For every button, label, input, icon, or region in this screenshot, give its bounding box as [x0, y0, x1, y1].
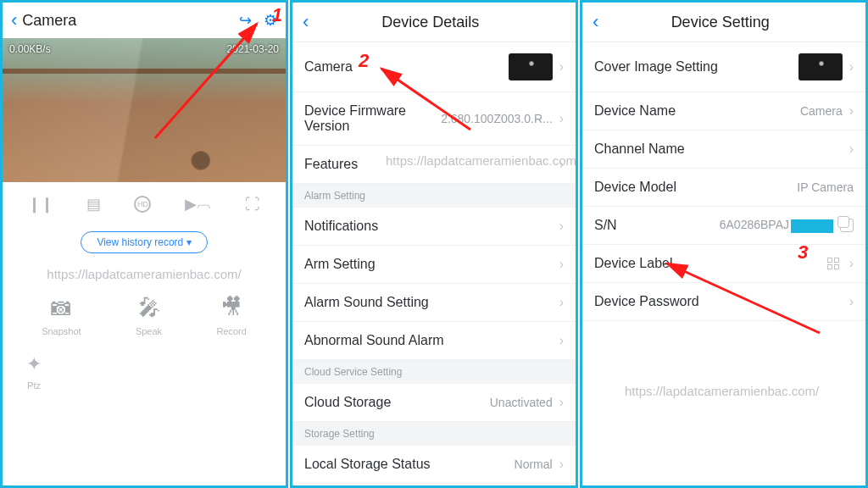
panel-camera-live: ‹ Camera ↪ ⚙ 0.00KB/s 2021-03-20 ❙❙ ▤ HD… — [0, 0, 288, 488]
setting-header: ‹ Device Setting — [582, 3, 865, 42]
row-alarm-sound[interactable]: Alarm Sound Setting › — [292, 284, 576, 322]
sn-text: 6A0286BPAJ — [720, 218, 789, 231]
cloud-label: Cloud Storage — [304, 395, 490, 410]
chevron-right-icon: › — [559, 295, 564, 310]
row-device-label[interactable]: Device Label › — [582, 245, 865, 283]
snapshot-label: Snapshot — [42, 326, 81, 336]
video-icon: 🎥︎ — [220, 295, 242, 321]
volume-icon[interactable]: ︹ — [185, 194, 212, 214]
chevron-right-icon: › — [849, 294, 854, 309]
cover-label: Cover Image Setting — [594, 59, 798, 75]
device-label-label: Device Label — [594, 256, 827, 271]
abnormal-label: Abnormal Sound Alarm — [304, 333, 553, 348]
details-header: ‹ Device Details — [292, 3, 576, 42]
model-value: IP Camera — [797, 180, 854, 194]
row-cloud-storage[interactable]: Cloud Storage Unactivated › — [292, 384, 576, 422]
firmware-label: Device Firmware Version — [304, 103, 441, 134]
details-title: Device Details — [295, 14, 565, 31]
sn-mask — [791, 219, 833, 233]
panel-device-details: ‹ Device Details Camera › Device Firmwar… — [290, 0, 578, 488]
speak-button[interactable]: 🎤︎ Speak — [136, 295, 162, 336]
camera-tool-row: 📷︎ Snapshot 🎤︎ Speak 🎥︎ Record — [3, 286, 286, 336]
section-storage: Storage Setting — [292, 422, 576, 446]
row-device-name[interactable]: Device Name Camera › — [582, 92, 865, 130]
chevron-right-icon: › — [849, 141, 854, 157]
chevron-right-icon: › — [559, 157, 564, 172]
view-history-button[interactable]: View history record — [81, 231, 207, 253]
password-label: Device Password — [594, 294, 843, 309]
qr-icon — [827, 258, 839, 269]
camera-title: Camera — [22, 12, 227, 30]
row-camera-label: Camera — [304, 59, 509, 75]
row-local-setting[interactable]: Local Storage Setting › — [292, 484, 576, 488]
cover-thumbnail — [798, 53, 843, 80]
back-icon[interactable]: ‹ — [11, 9, 17, 31]
section-alarm: Alarm Setting — [292, 184, 576, 208]
bitrate-label: 0.00KB/s — [9, 43, 51, 55]
watermark-text: https://lapdatcameramienbac.com/ — [625, 384, 819, 398]
setting-title: Device Setting — [585, 14, 855, 31]
row-notifications[interactable]: Notifications › — [292, 208, 576, 246]
chevron-right-icon: › — [849, 256, 854, 271]
fullscreen-icon[interactable]: ⛶ — [245, 196, 260, 214]
timestamp-label: 2021-03-20 — [227, 43, 279, 55]
chevron-right-icon: › — [559, 395, 564, 410]
channel-label: Channel Name — [594, 141, 843, 157]
hd-icon[interactable]: HD — [134, 196, 151, 213]
row-cover-image[interactable]: Cover Image Setting › — [582, 42, 865, 92]
pause-icon[interactable]: ❙❙ — [28, 195, 53, 214]
panel-device-setting: ‹ Device Setting Cover Image Setting › D… — [580, 0, 868, 488]
section-cloud: Cloud Service Setting — [292, 360, 576, 384]
record-button[interactable]: 🎥︎ Record — [216, 295, 246, 336]
stream-icon[interactable]: ▤ — [86, 195, 101, 214]
ptz-label: Ptz — [27, 380, 41, 391]
playback-controls: ❙❙ ▤ HD ︹ ⛶ — [3, 182, 286, 226]
row-camera[interactable]: Camera › — [292, 42, 576, 92]
camera-feed[interactable]: 0.00KB/s 2021-03-20 — [3, 38, 286, 182]
sn-value: 6A0286BPAJ — [720, 218, 833, 232]
record-label: Record — [216, 326, 246, 336]
camera-thumbnail — [509, 53, 553, 80]
notifications-label: Notifications — [304, 219, 553, 234]
gear-icon[interactable]: ⚙ — [264, 11, 277, 30]
chevron-right-icon: › — [559, 457, 564, 472]
row-channel-name[interactable]: Channel Name › — [582, 130, 865, 169]
chevron-right-icon: › — [849, 59, 854, 75]
row-firmware[interactable]: Device Firmware Version 2.680.100Z003.0.… — [292, 92, 576, 146]
sn-label: S/N — [594, 218, 720, 233]
firmware-value: 2.680.100Z003.0.R... — [441, 112, 553, 125]
alarm-sound-label: Alarm Sound Setting — [304, 295, 553, 310]
row-arm[interactable]: Arm Setting › — [292, 246, 576, 284]
chevron-right-icon: › — [559, 333, 564, 348]
watermark-text: https://lapdatcameramienbac.com/ — [3, 267, 286, 281]
local-status-label: Local Storage Status — [304, 457, 515, 472]
ptz-button[interactable]: ✦ Ptz — [26, 353, 42, 391]
copy-icon[interactable] — [840, 219, 854, 232]
cloud-value: Unactivated — [490, 396, 553, 409]
local-status-value: Normal — [515, 458, 553, 471]
row-features[interactable]: Features › — [292, 146, 576, 184]
arm-label: Arm Setting — [304, 257, 553, 272]
row-device-password[interactable]: Device Password › — [582, 283, 865, 321]
features-label: Features — [304, 157, 553, 172]
device-name-value: Camera — [800, 104, 843, 118]
model-label: Device Model — [594, 180, 797, 195]
mic-icon: 🎤︎ — [138, 295, 160, 321]
device-name-label: Device Name — [594, 103, 800, 119]
chevron-right-icon: › — [559, 257, 564, 272]
row-serial-number: S/N 6A0286BPAJ — [582, 207, 865, 245]
row-local-status[interactable]: Local Storage Status Normal › — [292, 446, 576, 484]
chevron-right-icon: › — [559, 111, 564, 126]
chevron-right-icon: › — [849, 103, 854, 119]
chevron-right-icon: › — [559, 219, 564, 234]
camera-icon: 📷︎ — [50, 295, 72, 321]
speak-label: Speak — [136, 326, 162, 336]
ptz-icon: ✦ — [26, 353, 42, 375]
row-device-model: Device Model IP Camera — [582, 169, 865, 207]
share-icon[interactable]: ↪ — [239, 11, 252, 30]
row-abnormal[interactable]: Abnormal Sound Alarm › — [292, 322, 576, 360]
snapshot-button[interactable]: 📷︎ Snapshot — [42, 295, 81, 336]
chevron-right-icon: › — [559, 59, 564, 75]
camera-header: ‹ Camera ↪ ⚙ — [3, 3, 286, 38]
